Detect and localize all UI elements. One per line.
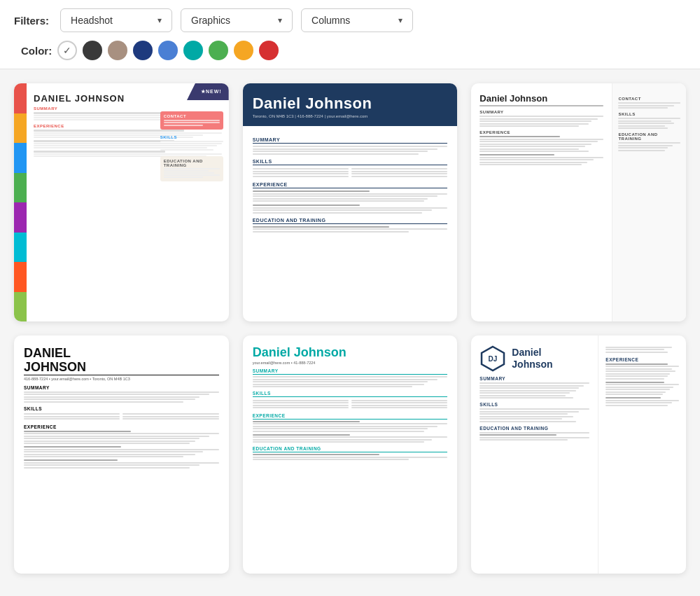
card6-education-title: Education and Training: [479, 426, 589, 431]
card5-inner: Daniel Johnson your.email@here.com • 41-…: [243, 335, 458, 471]
columns-chevron-icon: ▾: [398, 15, 402, 25]
color-check-button[interactable]: ✓: [57, 41, 77, 60]
color-swatch-warm-gray[interactable]: [108, 41, 127, 60]
card5-exp-1: [253, 421, 448, 432]
graphics-filter-label: Graphics: [191, 15, 230, 26]
card3-inner: Daniel Johnson SUMMARY EXPERIENCE: [471, 83, 686, 321]
card3-skills-title: SKILLS: [618, 112, 680, 116]
card6-right: Experience: [598, 335, 686, 574]
card5-education-title: Education and Training: [253, 446, 448, 452]
card2-contact: Toronto, ON M4B 1C3 | 416-888-7224 | you…: [253, 114, 448, 118]
graphics-chevron-icon: ▾: [278, 15, 282, 25]
columns-filter[interactable]: Columns ▾: [301, 8, 413, 32]
card6-exp-1: [606, 363, 679, 380]
card4-skills-title: SKILLS: [24, 406, 219, 411]
card5-name: Daniel Johnson: [253, 345, 448, 360]
color-swatch-red[interactable]: [259, 41, 279, 60]
card6-name: Daniel Johnson: [512, 347, 552, 370]
card6-right-contact: [606, 347, 679, 353]
card2-name: Daniel Johnson: [253, 95, 448, 113]
card5-skills-title: SKILLS: [253, 391, 448, 397]
resume-card-6[interactable]: DJ Daniel Johnson Summary Skills: [471, 335, 686, 574]
card6-inner: DJ Daniel Johnson Summary Skills: [471, 335, 686, 574]
card1-skills-title: SKILLS: [160, 135, 223, 139]
columns-filter-label: Columns: [312, 15, 350, 26]
card2-skills-grid: [253, 167, 448, 179]
color-swatch-blue[interactable]: [158, 41, 178, 60]
card2-exp-1: [253, 190, 448, 202]
color-swatch-dark-gray[interactable]: [83, 41, 102, 60]
card3-exp-2: [479, 154, 603, 165]
filters-label: Filters:: [14, 15, 49, 27]
card3-education-title: EDUCATION AND TRAINING: [618, 132, 680, 141]
card2-body: Summary Skills Exper: [243, 126, 458, 240]
color-swatch-navy[interactable]: [133, 41, 153, 60]
color-swatch-orange[interactable]: [234, 41, 253, 60]
card5-experience-title: EXPERIENCE: [253, 413, 448, 420]
headshot-filter-label: Headshot: [71, 15, 113, 26]
card3-exp-1: [479, 136, 603, 152]
card3-name: Daniel Johnson: [479, 93, 603, 104]
card4-contact: 416-888-7224 • your.email@here.com • Tor…: [24, 377, 219, 381]
card6-exp-3: [606, 397, 679, 406]
headshot-chevron-icon: ▾: [158, 15, 162, 25]
resume-card-4[interactable]: DANIEL JOHNSON 416-888-7224 • your.email…: [14, 335, 229, 574]
color-swatch-teal[interactable]: [183, 41, 203, 60]
card6-header: DJ Daniel Johnson: [479, 345, 589, 372]
new-badge: ★NEW!: [187, 83, 229, 100]
card6-hex-avatar: DJ: [479, 345, 506, 372]
card6-experience-title: Experience: [606, 357, 679, 362]
resume-card-1[interactable]: ★NEW! DANIEL JOHNSON SUMMARY EXPERIENCE: [14, 83, 229, 321]
card4-name: DANIEL JOHNSON: [24, 347, 219, 375]
card4-exp-1: [24, 431, 219, 445]
color-label: Color:: [21, 45, 52, 57]
card3-main: Daniel Johnson SUMMARY EXPERIENCE: [471, 83, 612, 321]
card5-exp-2: [253, 434, 448, 443]
card1-content: ★NEW! DANIEL JOHNSON SUMMARY EXPERIENCE: [27, 83, 229, 321]
card6-left: DJ Daniel Johnson Summary Skills: [471, 335, 598, 574]
card2-experience-title: Experience: [253, 182, 448, 188]
filter-bar: Filters: Headshot ▾ Graphics ▾ Columns ▾…: [0, 0, 700, 69]
headshot-filter[interactable]: Headshot ▾: [60, 8, 172, 32]
card1-color-sidebar: [14, 83, 27, 321]
card3-sidebar: CONTACT SKILLS EDUCATION AND TRAINING: [612, 83, 686, 321]
card4-summary-title: SUMMARY: [24, 385, 219, 390]
card6-summary-title: Summary: [479, 376, 589, 381]
card1-contact-box: CONTACT: [160, 111, 223, 130]
card4-skills-grid: [24, 413, 219, 421]
card2-summary-title: Summary: [253, 137, 448, 144]
card2-exp-2: [253, 205, 448, 214]
card2-education-title: Education and Training: [253, 218, 448, 224]
color-section: Color: ✓: [21, 41, 279, 60]
card1-right-panel: CONTACT SKILLS EDUCATION AND TRAINING: [160, 108, 223, 181]
card3-summary-title: SUMMARY: [479, 110, 603, 114]
resume-card-5[interactable]: Daniel Johnson your.email@here.com • 41-…: [243, 335, 458, 574]
card2-skills-title: Skills: [253, 159, 448, 165]
svg-text:DJ: DJ: [489, 355, 498, 363]
resume-grid: ★NEW! DANIEL JOHNSON SUMMARY EXPERIENCE: [0, 69, 700, 588]
resume-card-3[interactable]: Daniel Johnson SUMMARY EXPERIENCE: [471, 83, 686, 321]
resume-card-2[interactable]: Daniel Johnson Toronto, ON M4B 1C3 | 416…: [243, 83, 458, 321]
card4-experience-title: EXPERIENCE: [24, 424, 219, 429]
card6-skills-title: Skills: [479, 402, 589, 407]
card5-summary-title: SUMMARY: [253, 368, 448, 375]
card5-skills-grid: [253, 399, 448, 410]
card5-contact: your.email@here.com • 41-888-7224: [253, 361, 448, 365]
card3-experience-title: EXPERIENCE: [479, 130, 603, 134]
card6-exp-2: [606, 382, 679, 396]
color-swatch-green[interactable]: [209, 41, 228, 60]
card2-header: Daniel Johnson Toronto, ON M4B 1C3 | 416…: [243, 83, 458, 126]
card4-exp-3: [24, 459, 219, 469]
graphics-filter[interactable]: Graphics ▾: [181, 8, 293, 32]
card3-contact-title: CONTACT: [618, 97, 680, 101]
card4-inner: DANIEL JOHNSON 416-888-7224 • your.email…: [14, 335, 229, 480]
card1-education-box: EDUCATION AND TRAINING: [160, 156, 223, 181]
card4-exp-2: [24, 446, 219, 457]
